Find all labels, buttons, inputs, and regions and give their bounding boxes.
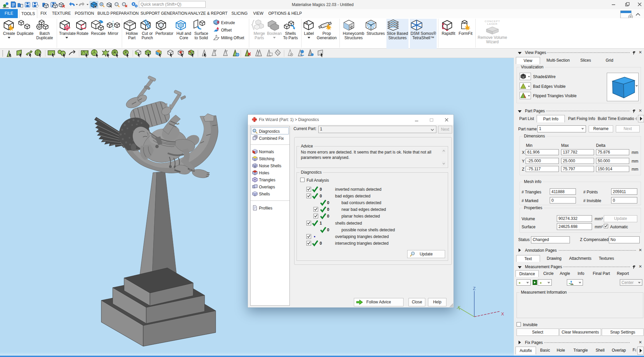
svg-text:Z: Z <box>473 286 476 291</box>
svg-text:0: 0 <box>320 194 322 198</box>
svg-text:shells detected: shells detected <box>335 221 362 226</box>
svg-text:0: 0 <box>327 207 329 212</box>
svg-text:planar holes detected: planar holes detected <box>341 214 380 219</box>
svg-text:overlapping triangles detected: overlapping triangles detected <box>335 234 389 239</box>
svg-text:0: 0 <box>327 228 329 232</box>
svg-text:bad contours detected: bad contours detected <box>341 200 381 205</box>
svg-text:bad edges detected: bad edges detected <box>335 194 370 198</box>
svg-text:X: X <box>501 311 504 316</box>
svg-text:inverted normals detected: inverted normals detected <box>335 187 381 192</box>
svg-text:0: 0 <box>320 187 322 192</box>
svg-text:0: 0 <box>320 241 322 246</box>
svg-text:A: A <box>306 21 308 25</box>
svg-text:possible noise shells detected: possible noise shells detected <box>341 228 395 232</box>
svg-text:intersecting triangles detecte: intersecting triangles detected <box>335 241 388 246</box>
svg-text:1: 1 <box>320 221 322 226</box>
svg-text:xyz: xyz <box>571 283 573 285</box>
svg-text:0: 0 <box>327 200 329 205</box>
svg-text:near bad edges detected: near bad edges detected <box>341 207 386 212</box>
svg-text:0: 0 <box>327 214 329 219</box>
